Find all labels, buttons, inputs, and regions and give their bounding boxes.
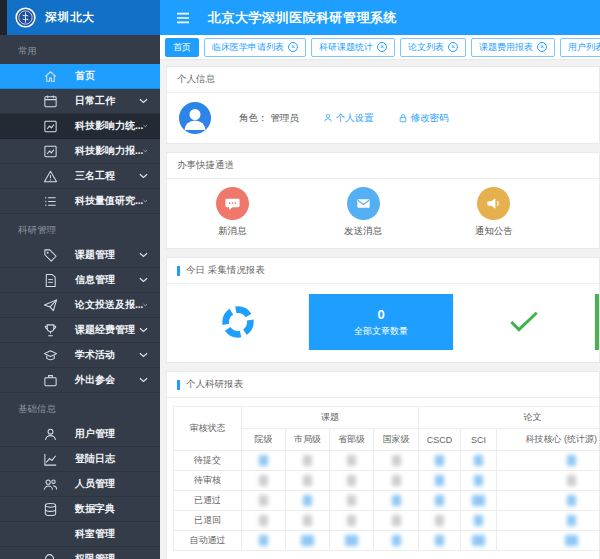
sidebar-item-label: 学术活动	[75, 348, 115, 362]
sidebar-item-label: 科技量值研究...	[75, 194, 143, 208]
sidebar-item[interactable]: 首页	[0, 64, 160, 89]
list-icon	[43, 194, 58, 209]
logo-bar: 深圳北大	[0, 0, 160, 35]
sidebar-item[interactable]: 科室管理	[0, 522, 160, 547]
stat-cell-check	[454, 294, 595, 350]
hospital-logo-icon	[15, 7, 36, 28]
blurred-value	[303, 495, 312, 506]
blurred-value	[259, 495, 268, 506]
quick-channel[interactable]: 新消息	[167, 187, 298, 238]
table-cell	[330, 531, 374, 551]
chevron-down-icon	[143, 198, 148, 204]
row-label: 已通过	[174, 491, 242, 511]
sidebar-nav: 常用首页日常工作科技影响力统...科技影响力报...三名工程科技量值研究...科…	[0, 35, 160, 559]
quick-channel[interactable]: 发送消息	[298, 187, 429, 238]
table-cell	[461, 471, 497, 491]
topbar: 北京大学深圳医院科研管理系统	[160, 0, 600, 35]
sidebar-item[interactable]: 外出参会	[0, 368, 160, 393]
sidebar-item[interactable]: 科技量值研究...	[0, 189, 160, 214]
stat-label: 全部文章数量	[354, 325, 408, 338]
table-cell	[374, 471, 419, 491]
table-cell	[419, 531, 461, 551]
quick-channel-circle	[347, 187, 380, 220]
sidebar-item-label: 信息管理	[75, 273, 115, 287]
window-edge	[0, 0, 7, 35]
sidebar-item-label: 科技影响力报...	[75, 144, 143, 158]
sidebar-item[interactable]: 课题管理	[0, 243, 160, 268]
tab[interactable]: 用户列表×	[560, 38, 600, 57]
tab-home[interactable]: 首页	[165, 38, 199, 57]
sidebar-item-label: 科技影响力统...	[75, 119, 143, 133]
table-cell	[374, 531, 419, 551]
blurred-value	[567, 455, 576, 466]
sidebar-item[interactable]: 数据字典	[0, 497, 160, 522]
sidebar-item[interactable]: 用户管理	[0, 422, 160, 447]
tab[interactable]: 论文列表×	[400, 38, 466, 57]
app-window: 深圳北大 常用首页日常工作科技影响力统...科技影响力报...三名工程科技量值研…	[0, 0, 600, 559]
row-label: 待提交	[174, 451, 242, 471]
blurred-value	[392, 535, 401, 546]
user-icon	[43, 427, 58, 442]
blurred-value	[474, 455, 483, 466]
chevron-down-icon	[143, 123, 148, 129]
sidebar-item[interactable]: 权限管理	[0, 547, 160, 559]
sidebar-item[interactable]: 论文投送及报...	[0, 293, 160, 318]
blurred-value	[345, 535, 358, 546]
sidebar-item[interactable]: 课题经费管理	[0, 318, 160, 343]
table-cell	[497, 451, 600, 471]
sidebar-item[interactable]: 人员管理	[0, 472, 160, 497]
row-label: 自动通过	[174, 531, 242, 551]
tab-label: 课题费用报表	[479, 41, 533, 54]
table-cell	[286, 531, 330, 551]
table-row: 已通过	[174, 491, 600, 511]
sidebar-item-label: 人员管理	[75, 477, 115, 491]
table-cell	[242, 531, 286, 551]
tab[interactable]: 课题费用报表×	[471, 38, 555, 57]
tab-close-icon[interactable]: ×	[448, 42, 458, 52]
sidebar: 深圳北大 常用首页日常工作科技影响力统...科技影响力报...三名工程科技量值研…	[0, 0, 160, 559]
table-cell	[242, 511, 286, 531]
quick-channels-row: 新消息发送消息通知公告	[167, 179, 599, 248]
tab-close-icon[interactable]: ×	[288, 42, 298, 52]
tab-label: 临床医学申请列表	[212, 41, 284, 54]
tab-close-icon[interactable]: ×	[537, 42, 547, 52]
blurred-value	[303, 475, 312, 486]
change-password-link[interactable]: 修改密码	[398, 112, 449, 125]
table-cell	[242, 471, 286, 491]
quick-channel[interactable]: 通知公告	[428, 187, 559, 238]
sidebar-item[interactable]: 学术活动	[0, 343, 160, 368]
tab-close-icon[interactable]: ×	[377, 42, 387, 52]
personal-info-panel: 个人信息 角色： 管理员 个人设置	[166, 66, 600, 144]
hamburger-menu-icon[interactable]	[175, 12, 191, 24]
blurred-value	[347, 475, 356, 486]
sidebar-item-label: 外出参会	[75, 373, 115, 387]
chevron-down-icon	[139, 327, 148, 333]
stat-value: 0	[377, 307, 384, 322]
table-cell	[419, 451, 461, 471]
sidebar-item[interactable]: 信息管理	[0, 268, 160, 293]
sidebar-item[interactable]: 科技影响力报...	[0, 139, 160, 164]
quick-channel-circle	[477, 187, 510, 220]
table-cell	[461, 451, 497, 471]
sidebar-item[interactable]: 科技影响力统...	[0, 114, 160, 139]
table-cell	[330, 491, 374, 511]
sidebar-item-label: 课题管理	[75, 248, 115, 262]
personal-research-report-panel: 个人科研报表 审核状态课题论文院级市局级省部级国家级CSCDSCI科技核心 (统…	[166, 371, 600, 559]
personal-settings-link[interactable]: 个人设置	[323, 112, 374, 125]
link-label: 修改密码	[411, 112, 449, 125]
stat-cell-green	[595, 294, 599, 350]
table-col-header: 国家级	[374, 429, 419, 451]
users-icon	[43, 477, 58, 492]
chevron-down-icon	[139, 352, 148, 358]
tab[interactable]: 临床医学申请列表×	[204, 38, 306, 57]
tab[interactable]: 科研课题统计×	[311, 38, 395, 57]
sidebar-item[interactable]: 登陆日志	[0, 447, 160, 472]
home-icon	[43, 69, 58, 84]
sidebar-item[interactable]: 三名工程	[0, 164, 160, 189]
sidebar-item[interactable]: 日常工作	[0, 89, 160, 114]
chevron-down-icon	[143, 302, 148, 308]
sidebar-item-label: 登陆日志	[75, 452, 115, 466]
blurred-value	[303, 515, 312, 526]
tab-label: 论文列表	[408, 41, 444, 54]
blurred-value	[435, 475, 444, 486]
